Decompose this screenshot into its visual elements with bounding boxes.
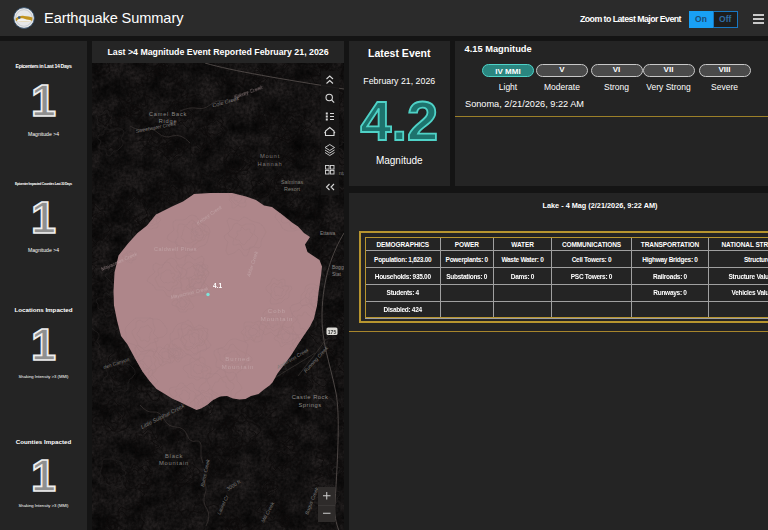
svg-text:Castle Rock: Castle Rock	[292, 394, 329, 400]
svg-text:Resort: Resort	[284, 185, 300, 191]
svg-text:Mountain: Mountain	[222, 364, 255, 370]
svg-text:Black: Black	[165, 452, 183, 458]
svg-text:Salminas: Salminas	[281, 178, 303, 184]
svg-text:Cobb: Cobb	[268, 308, 286, 314]
svg-text:Boggs: Boggs	[332, 264, 344, 270]
svg-text:Burned: Burned	[225, 356, 250, 362]
svg-text:Ettawa: Ettawa	[320, 230, 336, 236]
svg-text:Stat: Stat	[332, 270, 342, 276]
svg-text:4.1: 4.1	[213, 281, 222, 288]
svg-text:Mountain: Mountain	[261, 316, 294, 322]
svg-text:Camel Back: Camel Back	[149, 110, 187, 116]
svg-text:175: 175	[328, 328, 337, 334]
svg-text:Caldwell Pines: Caldwell Pines	[154, 246, 197, 252]
svg-text:Hannah: Hannah	[257, 160, 282, 166]
svg-text:Springs: Springs	[298, 401, 321, 407]
svg-text:Mount: Mount	[260, 153, 280, 159]
svg-text:Mountain: Mountain	[159, 460, 189, 466]
